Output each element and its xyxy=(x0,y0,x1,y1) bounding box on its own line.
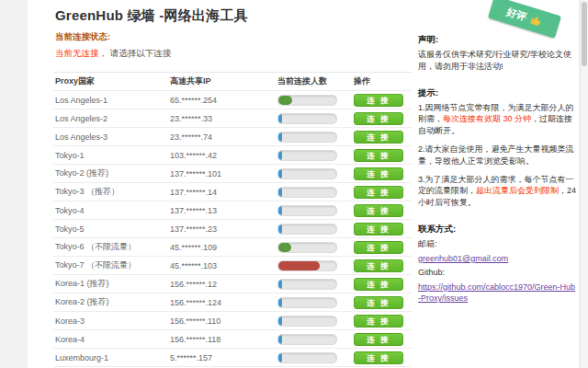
proxy-country-label: Los Angeles-1 xyxy=(53,96,170,105)
tip-1-highlight: 每次连接有效期 30 分钟 xyxy=(443,114,531,123)
tip-1: 1.因网络节点宽带有限，为满足大部分人的刚需，每次连接有效期 30 分钟，过期连… xyxy=(418,102,578,136)
proxy-country-label: Korea-2 (推荐) xyxy=(53,296,170,308)
table-row: Tokyo-2 (推荐) 137.******.101 连 接 xyxy=(53,165,412,183)
statement-body: 该服务仅供学术研究/行业研究/学校论文使用，请勿用于非法活动! xyxy=(418,49,578,72)
proxy-country-label: Korea-1 (推荐) xyxy=(53,278,170,290)
load-bar-fill xyxy=(278,114,282,123)
connect-button[interactable]: 连 接 xyxy=(354,296,403,309)
choose-connection-text: ， 请选择以下连接 xyxy=(99,48,172,58)
table-row: Luxembourg-1 5.******.157 连 接 xyxy=(53,349,412,367)
connect-button[interactable]: 连 接 xyxy=(354,204,403,217)
connection-status: 当前连接状态: 当前无连接， 请选择以下连接 xyxy=(55,31,171,60)
connect-button[interactable]: 连 接 xyxy=(354,112,403,125)
load-bar xyxy=(277,224,337,235)
load-bar xyxy=(277,260,337,271)
connect-button[interactable]: 连 接 xyxy=(354,241,403,254)
tips-section: 提示: 1.因网络节点宽带有限，为满足大部分人的刚需，每次连接有效期 30 分钟… xyxy=(418,86,578,208)
load-bar xyxy=(277,352,337,363)
load-bar-fill xyxy=(278,280,282,289)
proxy-country-label: Los Angeles-3 xyxy=(53,132,170,142)
load-bar xyxy=(277,132,337,143)
email-label: 邮箱: xyxy=(418,238,578,249)
load-bar-fill xyxy=(278,151,282,160)
table-row: Los Angeles-2 23.******.33 连 接 xyxy=(53,109,412,128)
table-row: Korea-2 (推荐) 156.******.124 连 接 xyxy=(53,293,412,312)
thumbs-up-icon xyxy=(529,13,544,28)
connect-button[interactable]: 连 接 xyxy=(354,94,403,107)
load-bar-fill xyxy=(278,188,282,197)
connect-button[interactable]: 连 接 xyxy=(354,315,403,328)
proxy-country-label: Luxembourg-1 xyxy=(53,353,170,362)
proxy-ip-label: 45.******.109 xyxy=(170,243,277,252)
table-row: Los Angeles-1 65.******.254 连 接 xyxy=(53,91,412,109)
proxy-ip-label: 137.******.14 xyxy=(170,188,277,197)
load-bar-fill xyxy=(278,243,291,252)
header-proxy-country: Proxy国家 xyxy=(53,75,170,87)
scrollbar-thumb[interactable] xyxy=(582,2,587,66)
connect-button[interactable]: 连 接 xyxy=(354,149,403,162)
proxy-ip-label: 137.******.23 xyxy=(170,224,277,234)
header-current-users: 当前连接人数 xyxy=(277,75,354,87)
load-bar-fill xyxy=(278,224,282,234)
email-link[interactable]: greenhub01@gmail.com xyxy=(418,254,508,263)
proxy-country-label: Los Angeles-2 xyxy=(53,114,170,123)
github-link[interactable]: https://github.com/cablocc1970/Green-Hub… xyxy=(418,282,575,303)
table-row: Tokyo-5 137.******.23 连 接 xyxy=(53,220,412,238)
extension-popup: GreenHub 绿墙 -网络出海工具 好评 当前连接状态: 当前无连接， 请选… xyxy=(28,0,579,368)
connection-status-value: 当前无连接， 请选择以下连接 xyxy=(55,48,171,60)
proxy-ip-label: 156.******.110 xyxy=(170,316,277,326)
table-row: Los Angeles-3 23.******.74 连 接 xyxy=(53,128,412,146)
connect-button[interactable]: 连 接 xyxy=(354,259,403,272)
load-bar xyxy=(277,95,337,106)
tip-2: 2.请大家自觉使用，避免产生大量视频类流量，导致他人正常浏览受影响。 xyxy=(418,144,578,167)
proxy-country-label: Tokyo-6 （不限流量） xyxy=(53,241,170,253)
contact-title: 联系方式: xyxy=(418,223,578,235)
proxy-table-header: Proxy国家 高速共享IP 当前连接人数 操作 xyxy=(53,73,412,91)
table-row: Korea-1 (推荐) 156.******.12 连 接 xyxy=(53,275,412,293)
statement-section: 声明: 该服务仅供学术研究/行业研究/学校论文使用，请勿用于非法活动! xyxy=(418,33,578,72)
statement-title: 声明: xyxy=(418,33,578,45)
connect-button[interactable]: 连 接 xyxy=(354,131,403,144)
proxy-country-label: Tokyo-2 (推荐) xyxy=(53,167,170,179)
proxy-table-body: Los Angeles-1 65.******.254 连 接 Los Ange… xyxy=(53,91,412,368)
proxy-country-label: Tokyo-7 （不限流量） xyxy=(53,259,170,271)
github-label: Github: xyxy=(418,267,578,278)
load-bar-fill xyxy=(278,316,282,326)
connection-status-label: 当前连接状态: xyxy=(55,31,171,43)
proxy-country-label: Tokyo-1 xyxy=(53,151,170,160)
load-bar-fill xyxy=(278,298,282,307)
connect-button[interactable]: 连 接 xyxy=(354,351,403,364)
contact-section: 联系方式: 邮箱: greenhub01@gmail.com Github: h… xyxy=(418,223,578,304)
load-bar xyxy=(277,187,337,198)
proxy-country-label: Tokyo-4 xyxy=(53,206,170,215)
connect-button[interactable]: 连 接 xyxy=(354,278,403,291)
proxy-ip-label: 23.******.33 xyxy=(170,114,277,123)
table-row: Tokyo-7 （不限流量） 45.******.103 连 接 xyxy=(53,257,412,275)
load-bar xyxy=(277,279,337,290)
proxy-ip-label: 156.******.124 xyxy=(170,298,277,307)
proxy-ip-label: 137.******.101 xyxy=(170,169,277,178)
connect-button[interactable]: 连 接 xyxy=(354,167,403,180)
load-bar xyxy=(277,168,337,179)
connect-button[interactable]: 连 接 xyxy=(354,333,403,346)
load-bar-fill xyxy=(278,335,282,344)
tip-2-text: 2.请大家自觉使用，避免产生大量视频类流量，导致他人正常浏览受影响。 xyxy=(418,144,574,165)
browser-scrollbar[interactable] xyxy=(580,0,588,368)
load-bar-fill xyxy=(278,132,282,142)
connect-button[interactable]: 连 接 xyxy=(354,186,403,199)
proxy-ip-label: 65.******.254 xyxy=(170,96,277,105)
proxy-ip-label: 156.******.118 xyxy=(170,335,277,344)
table-row: Korea-3 156.******.110 连 接 xyxy=(53,312,412,330)
load-bar xyxy=(277,316,337,327)
proxy-ip-label: 23.******.74 xyxy=(170,132,277,142)
proxy-ip-label: 156.******.12 xyxy=(170,280,277,289)
proxy-country-label: Korea-3 xyxy=(53,316,170,326)
connect-button[interactable]: 连 接 xyxy=(354,223,403,236)
no-connection-text: 当前无连接 xyxy=(55,48,99,58)
load-bar-fill xyxy=(278,206,282,215)
proxy-ip-label: 103.******.42 xyxy=(170,151,277,160)
proxy-ip-label: 45.******.103 xyxy=(170,261,277,270)
header-shared-ip: 高速共享IP xyxy=(170,75,277,87)
proxy-country-label: Tokyo-3 （推荐） xyxy=(53,186,170,198)
page-title: GreenHub 绿墙 -网络出海工具 xyxy=(55,7,248,25)
